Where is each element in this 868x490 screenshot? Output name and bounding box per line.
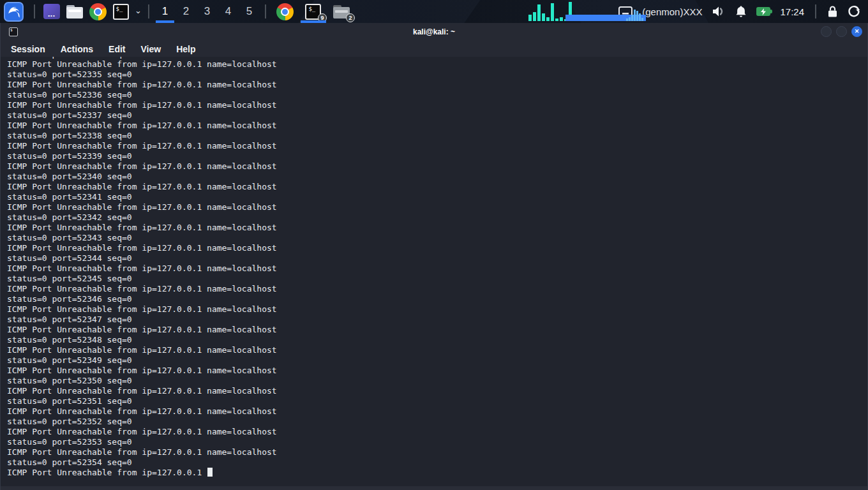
viz-bar [537,4,541,21]
panel-separator [148,4,149,19]
terminal-line: ICMP Port Unreachable from ip=127.0.0.1 … [7,345,867,355]
terminal-line: status=0 port=52354 seq=0 [7,457,867,468]
clock[interactable]: 17:24 [780,6,804,17]
terminal-window: $ kali@kali: ~ ✕ SessionActionsEditViewH… [0,23,868,490]
window-titlebar[interactable]: $ kali@kali: ~ ✕ [1,23,867,41]
viz-spike [636,11,638,21]
menu-item-edit[interactable]: Edit [108,44,125,54]
terminal-line: status=0 port=52344 seq=0 [7,253,867,264]
viz-bar [560,17,563,21]
terminal-line: ICMP Port Unreachable from ip=127.0.0.1 … [7,427,867,437]
terminal-line: status=0 port=52350 seq=0 [7,376,867,386]
terminal-line: status=0 port=52340 seq=0 [7,172,867,182]
chrome-icon [276,3,294,20]
terminal-line: ICMP Port Unreachable from ip=127.0.0.1 … [7,100,867,110]
volume-icon[interactable] [712,5,726,18]
workspace-button-5[interactable]: 5 [239,0,260,23]
terminal-line: ICMP Port Unreachable from ip=127.0.0.1 … [7,59,867,70]
terminal-line: status=0 port=52335 seq=0 [7,70,867,80]
viz-spike [631,15,633,21]
terminal-line: status=0 port=52342 seq=0 [7,212,867,223]
app-window-icon: ••• [43,4,60,19]
viz-bar [542,13,545,21]
terminal-line: status=0 port=52337 seq=0 [7,110,867,121]
terminal-output[interactable]: status=0 port=52334 seq=0ICMP Port Unrea… [1,57,867,486]
menu-item-actions[interactable]: Actions [61,44,93,54]
terminal-line: ICMP Port Unreachable from ip=127.0.0.1 … [7,121,867,131]
workspace-button-3[interactable]: 3 [197,0,218,23]
window-controls: ✕ [821,26,862,37]
panel-separator [815,4,816,19]
maximize-button[interactable] [836,26,847,37]
workspace-button-1[interactable]: 1 [154,0,176,23]
viz-bar [528,15,532,21]
viz-spike [629,17,631,21]
terminal-line: ICMP Port Unreachable from ip=127.0.0.1 … [7,284,867,294]
terminal-line: status=0 port=52351 seq=0 [7,396,867,406]
task-button-file-manager[interactable]: 2 [327,0,355,23]
workspace-button-2[interactable]: 2 [176,0,197,23]
terminal-line: ICMP Port Unreachable from ip=127.0.0.1 … [7,80,867,90]
terminal-line: status=0 port=52338 seq=0 [7,131,867,141]
window-count-badge: 9 [318,13,327,22]
task-button-chrome[interactable] [271,0,299,23]
terminal-line: status=0 port=52341 seq=0 [7,192,867,202]
terminal-line: ICMP Port Unreachable from ip=127.0.0.1 … [7,304,867,315]
menu-bar: SessionActionsEditViewHelp [1,41,867,57]
chevron-down-icon[interactable]: ⌄ [135,6,142,15]
menu-item-session[interactable]: Session [11,44,45,54]
launcher-terminal[interactable]: $_ [111,2,130,21]
terminal-line: ICMP Port Unreachable from ip=127.0.0.1 … [7,161,867,172]
terminal-line: ICMP Port Unreachable from ip=127.0.0.1 … [7,182,867,192]
kali-dragon-icon [7,4,21,19]
viz-bar [533,12,536,21]
app-window-dots: ••• [48,15,55,17]
notifications-bell-icon[interactable] [735,5,747,18]
minimize-button[interactable] [821,26,832,37]
panel-separator [34,4,35,19]
viz-bar [551,3,554,21]
terminal-line: status=0 port=52352 seq=0 [7,417,867,427]
applications-menu-button[interactable] [4,2,24,22]
terminal-line: status=0 port=52336 seq=0 [7,90,867,100]
viz-spike [639,13,641,21]
menu-item-help[interactable]: Help [176,44,195,54]
launcher-chrome[interactable] [88,2,107,21]
chrome-icon [89,3,107,20]
terminal-line: ICMP Port Unreachable from ip=127.0.0.1 … [7,243,867,253]
folder-icon [66,5,83,19]
terminal-line: status=0 port=52345 seq=0 [7,274,867,284]
terminal-line: ICMP Port Unreachable from ip=127.0.0.1 … [7,366,867,376]
menu-item-view[interactable]: View [141,44,161,54]
terminal-line: status=0 port=52347 seq=0 [7,315,867,325]
battery-charging-icon[interactable] [756,7,770,16]
terminal-line: ICMP Port Unreachable from ip=127.0.0.1 … [7,264,867,274]
close-button[interactable]: ✕ [851,26,862,37]
viz-spike [634,10,636,21]
workspace-switcher: 12345 [154,0,260,23]
viz-bar [546,17,550,21]
terminal-line: ICMP Port Unreachable from ip=127.0.0.1 … [7,325,867,335]
launcher-app-window[interactable]: ••• [42,2,61,21]
audio-visualizer-spikes [626,10,643,21]
logout-power-icon[interactable] [848,5,860,18]
window-title: kali@kali: ~ [1,27,867,36]
terminal-cursor [207,468,213,477]
terminal-icon: $ [9,27,18,36]
genmon-audio-visualizer [528,0,646,23]
window-count-badge: 2 [346,13,355,22]
terminal-icon: $_ [113,4,129,20]
terminal-line: status=0 port=52343 seq=0 [7,233,867,243]
launcher-file-manager[interactable] [65,2,84,21]
lock-screen-icon[interactable] [827,5,838,18]
terminal-line: status=0 port=52346 seq=0 [7,294,867,304]
task-button-terminal[interactable]: $_ 9 [299,0,327,23]
terminal-line: status=0 port=52348 seq=0 [7,335,867,345]
terminal-line: ICMP Port Unreachable from ip=127.0.0.1 [7,468,867,478]
top-panel: ••• $_ ⌄ 12345 $_ 9 2 (genmon)XXX [0,0,868,23]
terminal-line: ICMP Port Unreachable from ip=127.0.0.1 … [7,447,867,457]
terminal-line: ICMP Port Unreachable from ip=127.0.0.1 … [7,406,867,417]
workspace-button-4[interactable]: 4 [218,0,239,23]
viz-spike [626,19,628,21]
terminal-line: status=0 port=52339 seq=0 [7,151,867,161]
